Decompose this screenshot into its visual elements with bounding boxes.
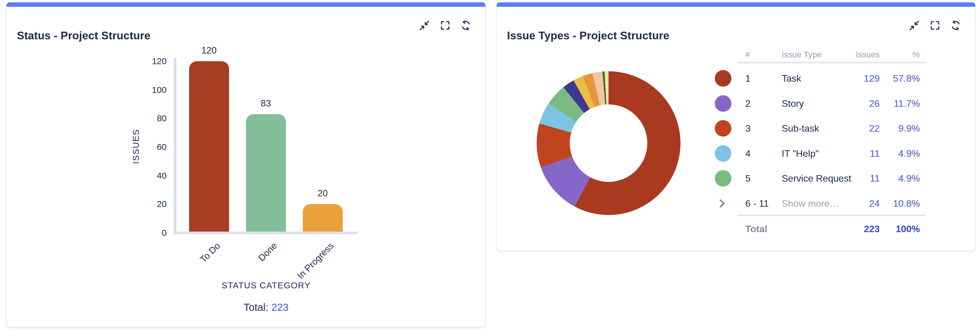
total-value-link[interactable]: 223 — [271, 301, 289, 313]
y-tick-label: 100 — [113, 84, 167, 96]
total-label: Total: — [243, 301, 269, 313]
x-axis-title: STATUS CATEGORY — [177, 281, 355, 290]
row-rank: 3 — [745, 122, 781, 135]
row-rank: 4 — [745, 147, 781, 160]
chevron-right-icon[interactable] — [716, 198, 728, 209]
status-gadget-panel: Status - Project Structure 0204060801001… — [6, 2, 485, 327]
legend-color-dot — [715, 170, 731, 187]
x-axis-line — [174, 232, 358, 234]
legend-color-dot — [715, 120, 731, 136]
row-rank: 2 — [745, 97, 781, 110]
panel-accent-bar — [497, 2, 975, 7]
table-total-percent: 100% — [858, 222, 920, 235]
col-header-percent: % — [858, 48, 920, 61]
bar-value-label: 20 — [298, 187, 348, 199]
issue-types-panel-toolbar — [908, 20, 961, 31]
issue-types-panel-title: Issue Types - Project Structure — [507, 30, 669, 42]
collapse-icon[interactable] — [908, 20, 920, 31]
table-divider — [737, 62, 926, 63]
legend-color-dot — [715, 145, 731, 162]
bar-to-do[interactable] — [189, 61, 229, 233]
row-percent-link[interactable]: 9.9% — [858, 122, 920, 135]
row-rank: 6 - 11 — [745, 197, 781, 210]
bar-value-label: 120 — [184, 44, 234, 57]
table-divider — [737, 215, 926, 216]
y-tick-label: 0 — [113, 227, 167, 239]
y-tick-label: 40 — [113, 170, 167, 182]
y-tick-label: 20 — [113, 198, 167, 210]
bar-in-progress[interactable] — [303, 204, 343, 233]
fullscreen-icon[interactable] — [929, 20, 941, 31]
x-category-label: Done — [256, 240, 279, 263]
table-total-label: Total — [745, 222, 781, 235]
legend-color-dot — [715, 95, 731, 112]
refresh-icon[interactable] — [950, 20, 961, 31]
row-percent-link[interactable]: 11.7% — [858, 97, 920, 110]
legend-color-dot — [715, 70, 731, 87]
status-bar-chart: 020406080100120120To Do83Done20In Progre… — [7, 3, 485, 327]
row-percent-link[interactable]: 10.8% — [858, 197, 920, 210]
row-rank: 5 — [745, 172, 781, 185]
row-percent-link[interactable]: 4.9% — [858, 172, 920, 185]
bar-done[interactable] — [246, 114, 286, 233]
issue-types-gadget-panel: Issue Types - Project Structure #Issue T… — [497, 2, 975, 251]
status-total-line: Total:223 — [177, 301, 355, 313]
x-category-label: To Do — [198, 240, 223, 265]
col-header-number: # — [745, 48, 781, 61]
donut-hole — [570, 105, 648, 182]
row-percent-link[interactable]: 4.9% — [858, 147, 920, 160]
issue-types-donut-chart[interactable] — [537, 71, 681, 215]
y-axis-title: ISSUES — [131, 129, 141, 164]
row-percent-link[interactable]: 57.8% — [858, 72, 920, 85]
row-rank: 1 — [745, 72, 781, 85]
bar-value-label: 83 — [241, 98, 291, 109]
y-axis-line — [174, 58, 177, 234]
y-tick-label: 120 — [113, 55, 167, 67]
x-category-label: In Progress — [295, 240, 336, 281]
y-tick-label: 80 — [113, 112, 167, 125]
